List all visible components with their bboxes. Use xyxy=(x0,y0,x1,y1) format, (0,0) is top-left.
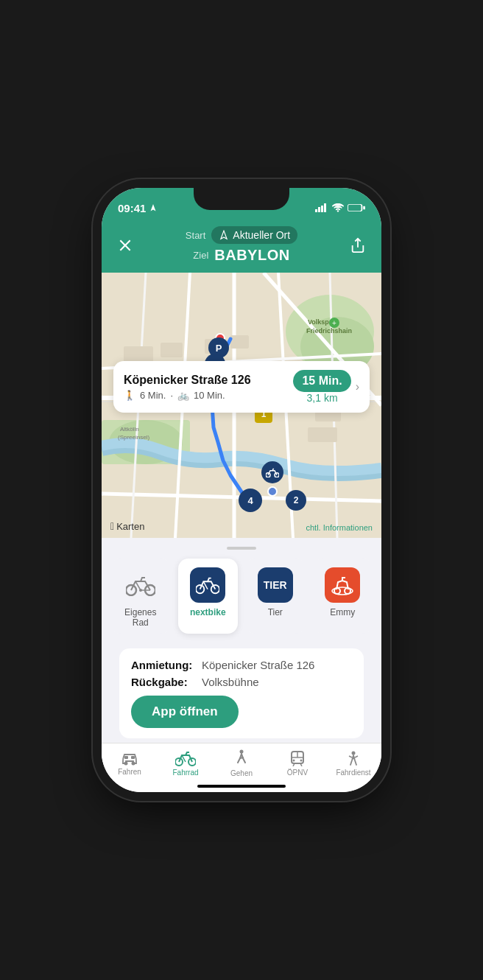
phone-frame: 09:41 xyxy=(102,188,381,792)
svg-rect-0 xyxy=(315,209,317,212)
app-header: Start Aktueller Ort Ziel BABYLON xyxy=(102,220,381,273)
svg-point-46 xyxy=(211,585,219,593)
tab-gehen[interactable]: Gehen xyxy=(214,749,269,777)
svg-rect-53 xyxy=(131,756,135,759)
eigenes-rad-icon-wrapper xyxy=(123,567,158,603)
fahrdienst-icon xyxy=(345,750,362,766)
destination-row: Ziel BABYLON xyxy=(193,247,289,264)
tab-oepnv[interactable]: ÖPNV xyxy=(269,750,325,777)
booking-section: Anmietung: Köpenicker Straße 126 Rückgab… xyxy=(102,643,381,747)
start-label: Start xyxy=(186,230,205,241)
tab-fahrrad[interactable]: Fahrrad xyxy=(158,750,214,777)
tab-fahren[interactable]: Fahren xyxy=(102,751,158,776)
nextbike-label: nextbike xyxy=(190,607,226,617)
route-summary: 15 Min. 3,1 km xyxy=(293,370,350,404)
start-location: Aktueller Ort xyxy=(233,229,290,241)
emmy-label: Emmy xyxy=(330,607,355,617)
svg-rect-6 xyxy=(348,205,362,211)
svg-rect-5 xyxy=(363,206,365,210)
transport-emmy[interactable]: Emmy xyxy=(313,559,373,634)
svg-point-60 xyxy=(293,760,295,762)
oepnv-label: ÖPNV xyxy=(287,769,308,777)
svg-point-45 xyxy=(196,585,204,593)
close-icon xyxy=(118,238,133,253)
nextbike-icon-wrapper xyxy=(190,567,225,603)
emmy-icon-wrapper xyxy=(325,567,360,603)
svg-rect-31 xyxy=(308,427,337,442)
gehen-icon xyxy=(235,749,248,767)
more-info-text: chtl. Informationen xyxy=(306,523,373,532)
svg-rect-1 xyxy=(318,207,320,212)
nextbike-icon xyxy=(196,575,219,595)
tier-text: TIER xyxy=(264,579,287,591)
svg-rect-52 xyxy=(124,756,128,759)
route-info-card[interactable]: Köpenicker Straße 126 🚶 6 Min. · 🚲 10 Mi… xyxy=(113,361,370,413)
blue-dot xyxy=(267,486,278,497)
fahren-label: Fahren xyxy=(118,768,141,776)
booking-card: Anmietung: Köpenicker Straße 126 Rückgab… xyxy=(119,648,364,738)
eigenes-rad-label: Eigenes Rad xyxy=(118,607,163,628)
battery-icon xyxy=(348,203,365,212)
return-value: Volksbühne xyxy=(202,676,259,688)
close-button[interactable] xyxy=(113,234,137,257)
apple-icon:  xyxy=(110,520,114,532)
navigation-icon xyxy=(149,203,158,212)
transport-nextbike[interactable]: nextbike xyxy=(178,559,239,634)
walk-time: 6 Min. xyxy=(140,390,166,401)
fahrrad-label: Fahrrad xyxy=(172,769,198,777)
bike-map-marker xyxy=(261,461,283,483)
transport-eigenes-rad[interactable]: Eigenes Rad xyxy=(110,559,171,634)
svg-rect-28 xyxy=(161,343,183,357)
svg-point-62 xyxy=(352,752,356,755)
num-badge-4: 4 xyxy=(239,489,262,512)
location-icon xyxy=(219,230,229,240)
separator: · xyxy=(170,390,173,401)
num4-label: 4 xyxy=(247,495,253,506)
route-info: Start Aktueller Ort Ziel BABYLON xyxy=(137,226,346,264)
sheet-handle-area xyxy=(102,538,381,550)
route-details-left: Köpenicker Straße 126 🚶 6 Min. · 🚲 10 Mi… xyxy=(124,374,251,401)
route-times: 🚶 6 Min. · 🚲 10 Min. xyxy=(124,390,251,401)
rental-value: Köpenicker Straße 126 xyxy=(202,659,314,671)
bike-time: 10 Min. xyxy=(194,390,225,401)
tier-label: Tier xyxy=(268,607,283,617)
wifi-icon xyxy=(332,203,344,212)
svg-text:Altkölln: Altkölln xyxy=(120,426,139,433)
rental-label: Anmietung: xyxy=(131,659,197,671)
walk-icon: 🚶 xyxy=(124,390,135,401)
svg-text:Friedrichshain: Friedrichshain xyxy=(306,327,352,335)
route-street: Köpenicker Straße 126 xyxy=(124,374,251,387)
num-badge-2: 2 xyxy=(286,490,306,511)
bike-icon: 🚲 xyxy=(177,390,189,401)
fahren-icon xyxy=(121,751,138,766)
status-icons xyxy=(315,203,365,212)
svg-rect-2 xyxy=(321,206,323,212)
gehen-label: Gehen xyxy=(230,769,253,777)
transport-options: Eigenes Rad nextbike TIER Tier xyxy=(102,550,381,643)
home-indicator xyxy=(197,785,286,788)
num2-label: 2 xyxy=(294,495,299,505)
duration-badge: 15 Min. xyxy=(293,370,350,392)
route-details-right: 15 Min. 3,1 km › xyxy=(293,370,359,404)
svg-point-56 xyxy=(240,750,244,754)
maps-label: Karten xyxy=(116,521,144,532)
distance-text: 3,1 km xyxy=(307,392,338,404)
map-container[interactable]: Köpenicker Straße 126 🚶 6 Min. · 🚲 10 Mi… xyxy=(102,273,381,538)
destination-value: BABYLON xyxy=(214,247,289,264)
tab-fahrdienst[interactable]: Fahrdienst xyxy=(325,750,381,777)
open-app-button[interactable]: App öffnen xyxy=(131,696,239,728)
tier-icon-wrapper: TIER xyxy=(258,567,293,603)
svg-text:+: + xyxy=(332,319,336,327)
share-button[interactable] xyxy=(346,234,370,257)
return-label: Rückgabe: xyxy=(131,676,197,688)
chevron-right-icon: › xyxy=(356,380,359,393)
emmy-scooter-icon xyxy=(331,575,354,595)
oepnv-icon xyxy=(289,750,306,766)
transport-tier[interactable]: TIER Tier xyxy=(245,559,306,634)
phone-notch xyxy=(194,188,289,210)
more-info-link[interactable]: chtl. Informationen xyxy=(306,523,373,532)
start-chip[interactable]: Aktueller Ort xyxy=(211,226,297,244)
return-row: Rückgabe: Volksbühne xyxy=(131,676,352,688)
rental-row: Anmietung: Köpenicker Straße 126 xyxy=(131,659,352,671)
svg-text:(Spreeinsel): (Spreeinsel) xyxy=(118,434,149,441)
